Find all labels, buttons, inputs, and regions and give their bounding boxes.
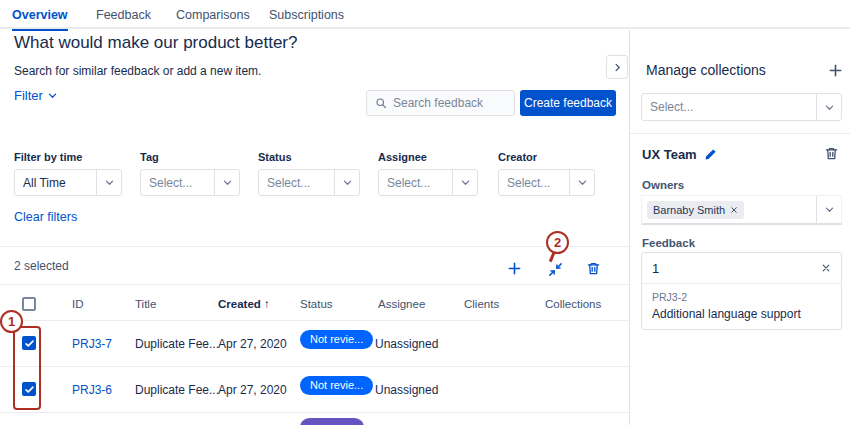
divider <box>0 320 629 321</box>
clear-filters-link[interactable]: Clear filters <box>14 210 77 224</box>
filter-time-select[interactable]: All Time <box>14 169 122 196</box>
page-subtitle: Search for similar feedback or add a new… <box>14 64 261 78</box>
collapse-panel-button[interactable] <box>606 55 628 79</box>
feedback-search-row: 1 <box>642 253 841 284</box>
create-feedback-button[interactable]: Create feedback <box>520 90 616 116</box>
feedback-label: Feedback <box>642 237 695 249</box>
filter-label-assignee: Assignee <box>378 151 427 163</box>
feedback-item-id: PRJ3-2 <box>652 291 831 303</box>
row-assignee: Unassigned <box>375 383 438 397</box>
tab-feedback[interactable]: Feedback <box>96 0 151 29</box>
row-created: Apr 27, 2020 <box>218 337 287 351</box>
divider <box>0 284 629 285</box>
row-title: Duplicate Fee... <box>135 383 219 397</box>
divider <box>0 246 629 247</box>
column-header-created-label: Created <box>218 298 261 310</box>
select-all-checkbox[interactable] <box>22 297 36 311</box>
column-header-status[interactable]: Status <box>300 298 333 310</box>
filter-label-tag: Tag <box>140 151 159 163</box>
column-header-clients[interactable]: Clients <box>464 298 499 310</box>
collection-select-value: Select... <box>642 100 816 114</box>
row-created: Apr 27, 2020 <box>218 383 287 397</box>
collapse-arrows-icon <box>548 262 563 277</box>
filter-toggle[interactable]: Filter <box>14 88 58 103</box>
filter-assignee-value: Select... <box>379 176 452 190</box>
feedback-list: 1 PRJ3-2 Additional language support <box>641 252 842 330</box>
status-badge[interactable]: Not revie... <box>300 376 373 395</box>
column-header-id[interactable]: ID <box>72 298 84 310</box>
search-box[interactable] <box>366 90 515 116</box>
remove-owner-icon[interactable] <box>730 206 738 214</box>
row-id-link[interactable]: PRJ3-6 <box>72 383 112 397</box>
divider <box>0 366 629 367</box>
filter-label-status: Status <box>258 151 292 163</box>
sidebar-title: Manage collections <box>646 62 766 78</box>
column-header-created[interactable]: Created ↑ <box>218 298 270 310</box>
selection-count: 2 selected <box>14 259 69 273</box>
chevron-down-icon <box>214 170 239 195</box>
feedback-count: 1 <box>652 261 659 276</box>
row-assignee: Unassigned <box>375 337 438 351</box>
filter-label-time: Filter by time <box>14 151 82 163</box>
owner-chip-label: Barnaby Smith <box>653 204 725 216</box>
column-header-title[interactable]: Title <box>135 298 156 310</box>
collection-select[interactable]: Select... <box>641 93 842 121</box>
panel-divider <box>629 30 630 425</box>
row-checkbox[interactable] <box>22 336 36 350</box>
filter-creator-value: Select... <box>499 176 569 190</box>
status-badge[interactable] <box>300 418 364 425</box>
tab-bar: Overview Feedback Comparisons Subscripti… <box>0 0 850 29</box>
delete-selected-button[interactable] <box>584 259 602 277</box>
chevron-down-icon <box>334 170 359 195</box>
filter-tag-select[interactable]: Select... <box>140 169 240 196</box>
search-input[interactable] <box>393 96 506 110</box>
search-icon <box>375 97 387 109</box>
chevron-down-icon <box>47 90 58 101</box>
delete-collection-button[interactable] <box>823 145 840 162</box>
row-checkbox[interactable] <box>22 382 36 396</box>
trash-icon <box>824 146 839 161</box>
chevron-down-icon <box>96 170 121 195</box>
filter-time-value: All Time <box>15 176 96 190</box>
edit-collection-button[interactable] <box>704 148 717 161</box>
column-header-assignee[interactable]: Assignee <box>378 298 425 310</box>
tab-overview[interactable]: Overview <box>12 0 68 29</box>
pencil-icon <box>704 148 717 161</box>
divider <box>630 133 850 134</box>
chevron-down-icon <box>452 170 477 195</box>
page-title: What would make our product better? <box>14 33 297 53</box>
owner-chip[interactable]: Barnaby Smith <box>647 201 744 219</box>
owners-label: Owners <box>642 179 684 191</box>
annotation-step-2: 2 <box>546 231 569 254</box>
chevron-down-icon <box>569 170 594 195</box>
plus-icon <box>828 63 843 78</box>
owners-select[interactable]: Barnaby Smith <box>641 195 842 225</box>
add-to-collection-button[interactable] <box>505 259 523 277</box>
filter-assignee-select[interactable]: Select... <box>378 169 478 196</box>
filter-label-creator: Creator <box>498 151 537 163</box>
tab-comparisons[interactable]: Comparisons <box>176 0 250 29</box>
row-id-link[interactable]: PRJ3-7 <box>72 337 112 351</box>
collection-name-label: UX Team <box>642 147 697 162</box>
tab-subscriptions[interactable]: Subscriptions <box>269 0 344 29</box>
column-header-collections[interactable]: Collections <box>545 298 601 310</box>
chevron-down-icon <box>816 196 841 223</box>
status-badge[interactable]: Not revie... <box>300 330 373 349</box>
divider <box>0 412 629 413</box>
filter-toggle-label: Filter <box>14 88 43 103</box>
filter-status-select[interactable]: Select... <box>258 169 360 196</box>
check-icon <box>24 338 35 349</box>
feedback-item-title: Additional language support <box>652 307 831 321</box>
clear-feedback-icon[interactable] <box>821 263 831 273</box>
add-collection-button[interactable] <box>826 61 844 79</box>
check-icon <box>24 384 35 395</box>
collection-name: UX Team <box>642 147 717 162</box>
filter-creator-select[interactable]: Select... <box>498 169 595 196</box>
chevron-right-icon <box>612 62 623 73</box>
row-title: Duplicate Fee... <box>135 337 219 351</box>
annotation-step-1: 1 <box>0 310 23 333</box>
trash-icon <box>586 261 601 276</box>
filter-status-value: Select... <box>259 176 334 190</box>
feedback-item[interactable]: PRJ3-2 Additional language support <box>642 284 841 328</box>
merge-feedback-button[interactable] <box>546 260 564 278</box>
